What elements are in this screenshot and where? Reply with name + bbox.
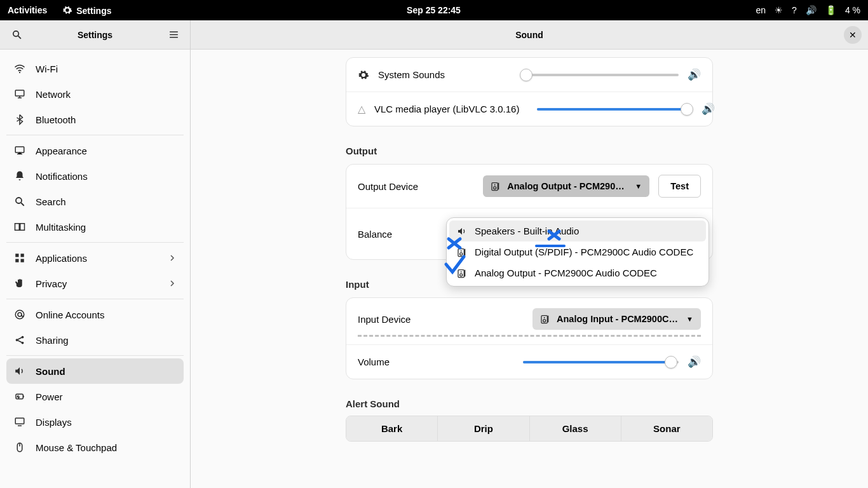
annotation-check [444,254,466,276]
sidebar-item-power[interactable]: Power [6,384,184,409]
vlc-slider[interactable] [537,108,693,111]
output-section-title: Output [346,146,713,156]
chevron-right-icon [168,254,176,262]
chevron-down-icon: ▼ [686,315,693,323]
input-device-value: Analog Input - PCM2900C Audio… [557,314,680,324]
system-sounds-row: System Sounds 🔊 [346,58,712,92]
svg-point-25 [494,187,496,189]
sidebar-item-applications[interactable]: Applications [6,245,184,271]
sidebar-item-multitasking[interactable]: Multitasking [6,214,184,240]
hamburger-icon [168,29,179,40]
input-device-label: Input Device [358,314,524,325]
alert-section-title: Alert Sound [346,398,713,409]
svg-point-34 [543,320,546,322]
sidebar-item-label: Notifications [36,171,88,182]
monitor-icon [14,88,25,100]
chevron-right-icon [168,280,176,287]
sidebar-item-label: Multitasking [36,222,86,233]
topbar-app[interactable]: Settings [62,5,111,16]
volume-levels-card: System Sounds 🔊 △ VLC media player (LibV… [346,57,713,126]
grid-icon [14,252,25,264]
speaker-icon [457,226,467,236]
sidebar-item-label: Network [36,89,71,100]
sidebar-item-network[interactable]: Network [6,81,184,107]
search-icon [14,196,25,207]
sidebar-item-appearance[interactable]: Appearance [6,138,184,163]
activities-button[interactable]: Activities [8,5,47,15]
svg-point-5 [16,198,22,203]
sidebar-item-label: Appearance [36,146,87,156]
input-volume-slider[interactable] [523,361,679,363]
alert-sound-group: Bark Drip Glass Sonar [346,416,713,442]
output-device-dropdown: Speakers - Built-in Audio Digital Output… [446,217,709,287]
sidebar-item-label: Bluetooth [36,114,76,125]
test-button[interactable]: Test [658,175,701,198]
gear-icon [62,5,72,15]
sidebar-item-displays[interactable]: Displays [6,409,184,435]
output-device-select[interactable]: Analog Output - PCM290… ▼ [483,175,649,197]
annotation-underline [535,244,566,248]
sidebar-header: Settings [0,20,191,49]
main-panel: System Sounds 🔊 △ VLC media player (LibV… [191,50,868,488]
speaker-icon: 🔊 [702,102,715,116]
at-icon [14,309,25,320]
sidebar-item-mouse-touchpad[interactable]: Mouse & Touchpad [6,435,184,460]
sidebar-item-notifications[interactable]: Notifications [6,163,184,189]
svg-point-14 [18,313,22,316]
svg-line-1 [18,36,20,39]
svg-rect-3 [15,90,24,96]
sidebar-item-label: Power [36,391,63,402]
svg-point-0 [13,31,18,37]
sidebar-item-privacy[interactable]: Privacy [6,271,184,296]
sidebar-item-sound[interactable]: Sound [6,358,184,384]
sidebar-item-label: Applications [36,253,87,264]
system-tray[interactable]: en ☀ ? 🔊 🔋 4 % [756,5,861,15]
sidebar-item-label: Search [36,196,66,207]
page-title: Sound [515,30,543,40]
balance-label: Balance [358,229,392,240]
desktop-topbar: Activities Settings Sep 25 22:45 en ☀ ? … [0,0,868,20]
search-button[interactable] [8,26,25,44]
dropdown-item-label: Speakers - Built-in Audio [475,226,579,236]
sidebar-item-wi-fi[interactable]: Wi-Fi [6,56,184,81]
menu-button[interactable] [165,26,182,44]
display-icon [14,416,25,428]
vlc-icon: △ [358,103,365,115]
sidebar-item-label: Privacy [36,278,67,289]
output-device-label: Output Device [358,181,474,192]
gear-icon [358,69,369,81]
svg-point-2 [19,72,20,73]
settings-sidebar: Wi-FiNetworkBluetoothAppearanceNotificat… [0,50,191,488]
lang-indicator[interactable]: en [756,5,766,15]
dropdown-item-digital[interactable]: Digital Output (S/PDIF) - PCM2900C Audio… [449,241,706,262]
card-icon [491,181,501,191]
vlc-row: △ VLC media player (LibVLC 3.0.16) 🔊 [346,92,712,126]
clock[interactable]: Sep 25 22:45 [111,5,756,15]
sidebar-item-label: Online Accounts [36,309,104,320]
sidebar-item-sharing[interactable]: Sharing [6,327,184,353]
speaker-icon: 🔊 [688,68,701,81]
svg-rect-20 [15,418,24,424]
bluetooth-icon [14,114,25,125]
mouse-icon [14,442,25,453]
sidebar-item-online-accounts[interactable]: Online Accounts [6,302,184,327]
dropdown-item-analog[interactable]: Analog Output - PCM2900C Audio CODEC [449,262,706,283]
dropdown-item-label: Analog Output - PCM2900C Audio CODEC [475,268,657,278]
close-button[interactable]: ✕ [844,26,862,44]
dropdown-item-speakers[interactable]: Speakers - Built-in Audio [449,220,706,241]
dropdown-item-label: Digital Output (S/PDIF) - PCM2900C Audio… [475,247,693,257]
battery-percent: 4 % [845,5,860,15]
output-device-row: Output Device Analog Output - PCM290… ▼ … [346,165,712,208]
alert-drip[interactable]: Drip [438,416,529,441]
share-icon [14,334,25,346]
vlc-label: VLC media player (LibVLC 3.0.16) [374,104,519,114]
annotation-x [446,236,463,250]
alert-bark[interactable]: Bark [346,416,438,441]
input-device-select[interactable]: Analog Input - PCM2900C Audio… ▼ [532,308,701,330]
sidebar-item-bluetooth[interactable]: Bluetooth [6,107,184,132]
sidebar-item-search[interactable]: Search [6,189,184,214]
alert-sonar[interactable]: Sonar [621,416,712,441]
network-icon: ? [792,5,797,15]
alert-glass[interactable]: Glass [530,416,621,441]
system-sounds-slider[interactable] [523,74,679,76]
